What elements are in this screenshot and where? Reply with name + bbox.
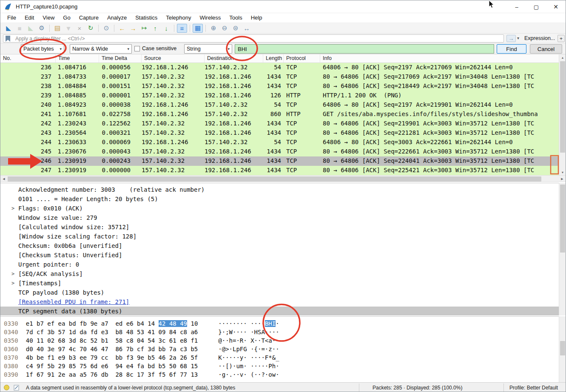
detail-line[interactable]: >Flags: 0x010 (ACK) (0, 204, 566, 213)
detail-line[interactable]: Acknowledgment number: 3003 (relative ac… (0, 185, 566, 194)
maximize-button[interactable]: ▢ (526, 0, 546, 13)
expression-button[interactable]: Expression... (524, 35, 555, 41)
packet-row-239[interactable]: 2391.0848850.000001157.140.2.32192.168.1… (0, 91, 566, 100)
expander-icon[interactable]: > (11, 280, 18, 286)
close-file-icon[interactable]: × (74, 24, 85, 33)
go-first-packet-icon[interactable]: ↑ (150, 24, 160, 33)
packet-row-244[interactable]: 2441.2306330.000069192.168.1.246157.140.… (0, 138, 566, 147)
detail-line[interactable]: Urgent pointer: 0 (0, 260, 566, 269)
restart-capture-icon[interactable]: ◣ (26, 24, 36, 33)
menu-item-file[interactable]: File (3, 14, 20, 22)
packet-list-vscroll-thumb[interactable] (560, 61, 565, 153)
detail-line[interactable]: TCP segment data (1380 bytes) (0, 307, 566, 315)
colorize-packets-icon[interactable]: ▦ (193, 24, 203, 33)
go-back-icon[interactable]: ← (117, 24, 127, 33)
hex-row-0370[interactable]: 03704b be f1 e9 b3 ee 79 cc bb f3 9e b5 … (0, 354, 566, 363)
packet-row-243[interactable]: 2431.2305640.000321157.140.2.32192.168.1… (0, 128, 566, 138)
start-capture-icon[interactable]: ◣ (3, 24, 14, 33)
capture-options-icon[interactable]: ⚙ (37, 24, 47, 33)
scroll-down-icon[interactable]: ▼ (559, 169, 566, 175)
column-header-proto[interactable]: Protocol (284, 54, 320, 62)
packet-row-246[interactable]: 2461.2309190.000243157.140.2.32192.168.1… (0, 156, 566, 166)
capture-comment-icon[interactable] (14, 385, 20, 391)
go-forward-icon[interactable]: → (128, 24, 138, 33)
column-header-src[interactable]: Source (142, 54, 205, 62)
detail-line[interactable]: Window size value: 279 (0, 213, 566, 222)
minimize-button[interactable]: – (507, 0, 526, 13)
hex-vscrollbar[interactable] (559, 316, 566, 382)
auto-scroll-icon[interactable]: ≡ (177, 24, 187, 33)
expert-info-icon[interactable] (4, 385, 9, 390)
menu-item-analyze[interactable]: Analyze (103, 14, 131, 22)
hex-vscroll-thumb[interactable] (560, 341, 565, 355)
packet-row-242[interactable]: 2421.2302430.122562157.140.2.32192.168.1… (0, 119, 566, 128)
hex-row-0360[interactable]: 0360d0 40 3e 97 4c 70 46 47 86 7b cf 3d … (0, 346, 566, 354)
zoom-original-icon[interactable]: ⊜ (230, 24, 241, 33)
detail-line[interactable]: >[SEQ/ACK analysis] (0, 269, 566, 278)
hex-row-0350[interactable]: 035040 11 02 68 3d 8c 52 b1 58 c8 04 54 … (0, 337, 566, 346)
packet-list-hscrollbar[interactable]: ◀ ▶ (0, 175, 566, 182)
close-button[interactable]: ✕ (546, 0, 566, 13)
hex-row-0340[interactable]: 03407d cf 3b 57 1d da fd e3 b8 48 53 41 … (0, 329, 566, 337)
character-encoding-dropdown[interactable]: Narrow & Wide ▾ (70, 44, 132, 54)
packet-list-hscroll-thumb[interactable] (8, 176, 541, 182)
menu-item-capture[interactable]: Capture (75, 14, 103, 22)
find-input[interactable] (235, 44, 494, 54)
hex-row-0380[interactable]: 0380c4 9f 5b 29 85 75 6d e6 94 e4 fa bd … (0, 363, 566, 371)
column-header-dst[interactable]: Destination (205, 54, 263, 62)
display-filter-input[interactable] (3, 34, 504, 43)
details-vscrollbar[interactable] (559, 183, 566, 315)
packet-row-241[interactable]: 2411.1076810.022758192.168.1.246157.140.… (0, 110, 566, 119)
details-vscroll-thumb[interactable] (560, 185, 565, 253)
cancel-button[interactable]: Cancel (530, 44, 562, 54)
reload-file-icon[interactable]: ↻ (85, 24, 96, 33)
detail-line[interactable]: 0101 .... = Header Length: 20 bytes (5) (0, 194, 566, 204)
packet-row-236[interactable]: 2361.0847160.000056192.168.1.246157.140.… (0, 63, 566, 72)
column-header-delta[interactable]: Time Delta (99, 54, 142, 62)
search-in-dropdown[interactable]: Packet bytes ▾ (21, 44, 64, 54)
detail-line[interactable]: >[Timestamps] (0, 278, 566, 288)
detail-line[interactable]: TCP payload (1380 bytes) (0, 288, 566, 297)
add-filter-button[interactable]: + (557, 35, 565, 42)
menu-item-edit[interactable]: Edit (20, 14, 38, 22)
open-file-icon[interactable]: ▤ (52, 24, 63, 33)
hex-row-0330[interactable]: 0330e1 b7 ef ea bd fb 9e a7 ed e6 b4 14 … (0, 320, 566, 329)
detail-line[interactable]: [Checksum Status: Unverified] (0, 250, 566, 260)
column-header-info[interactable]: Info (320, 54, 566, 62)
expander-icon[interactable]: > (11, 271, 18, 277)
packet-list-vscrollbar[interactable]: ▲ ▼ (559, 54, 566, 175)
filter-history-caret-icon[interactable]: ▾ (517, 36, 519, 40)
menu-item-statistics[interactable]: Statistics (131, 14, 162, 22)
go-last-packet-icon[interactable]: ↓ (161, 24, 171, 33)
scroll-right-icon[interactable]: ▶ (559, 176, 566, 182)
expander-icon[interactable]: > (11, 205, 18, 211)
packet-row-237[interactable]: 2371.0847330.000017157.140.2.32192.168.1… (0, 72, 566, 82)
zoom-out-icon[interactable]: ⊖ (219, 24, 230, 33)
menu-item-telephony[interactable]: Telephony (162, 14, 195, 22)
packet-row-238[interactable]: 2381.0848840.000151157.140.2.32192.168.1… (0, 82, 566, 91)
apply-filter-icon[interactable]: → (506, 35, 516, 42)
menu-item-view[interactable]: View (38, 14, 59, 22)
column-header-len[interactable]: Length (263, 54, 284, 62)
packet-row-245[interactable]: 2451.2306760.000043157.140.2.32192.168.1… (0, 147, 566, 156)
search-type-dropdown[interactable]: String ▾ (184, 44, 232, 54)
status-profile[interactable]: Profile: Better Default (509, 385, 558, 391)
detail-line[interactable]: [Reassembled PDU in frame: 271] (0, 297, 566, 307)
menu-item-tools[interactable]: Tools (225, 14, 246, 22)
scroll-up-icon[interactable]: ▲ (559, 54, 566, 60)
menu-item-wireless[interactable]: Wireless (195, 14, 225, 22)
find-button[interactable]: Find (497, 44, 526, 54)
go-to-packet-icon[interactable]: ↦ (139, 24, 149, 33)
case-sensitive-checkbox[interactable] (134, 46, 140, 51)
resize-columns-icon[interactable]: ↔ (242, 24, 252, 33)
detail-line[interactable]: [Window size scaling factor: 128] (0, 232, 566, 241)
find-packet-icon[interactable]: ⊙ (101, 24, 111, 33)
detail-line[interactable]: Checksum: 0x0b6a [unverified] (0, 241, 566, 250)
menu-item-help[interactable]: Help (247, 14, 267, 22)
detail-line[interactable]: [Calculated window size: 35712] (0, 222, 566, 232)
packet-row-240[interactable]: 2401.0849230.000038192.168.1.246157.140.… (0, 100, 566, 110)
column-header-time[interactable]: Time (56, 54, 99, 62)
stop-capture-icon[interactable]: ■ (14, 24, 25, 33)
packet-row-247[interactable]: 2471.2309190.000000157.140.2.32192.168.1… (0, 166, 566, 175)
save-file-icon[interactable]: ▼ (63, 24, 74, 33)
